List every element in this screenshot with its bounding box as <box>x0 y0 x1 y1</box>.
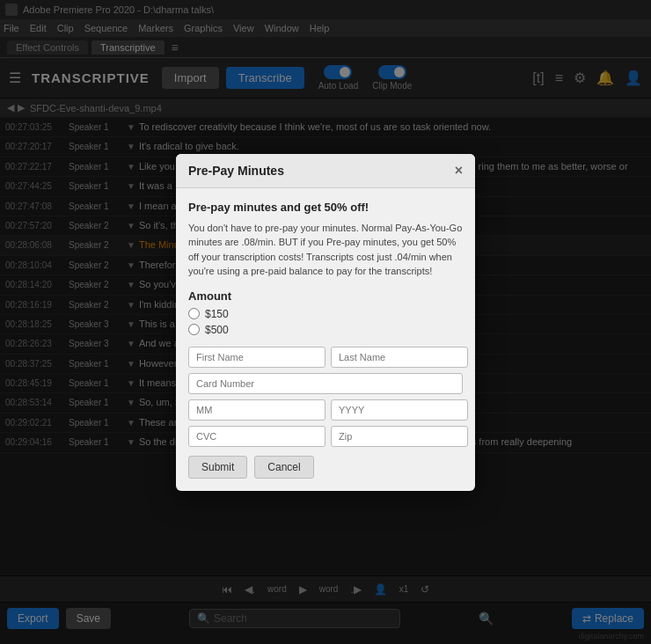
modal-promo: Pre-pay minutes and get 50% off! <box>188 201 463 214</box>
modal-close-button[interactable]: × <box>455 163 463 179</box>
first-name-input[interactable] <box>188 347 326 368</box>
pre-pay-modal: Pre-Pay Minutes × Pre-pay minutes and ge… <box>176 154 475 491</box>
cvc-row <box>188 426 463 447</box>
mm-input[interactable] <box>188 399 326 421</box>
amount-radio-500[interactable] <box>188 324 200 335</box>
amount-label: Amount <box>188 289 463 303</box>
amount-option-150[interactable]: $150 <box>188 308 463 320</box>
yyyy-input[interactable] <box>331 399 468 421</box>
modal-overlay: Pre-Pay Minutes × Pre-pay minutes and ge… <box>0 0 651 644</box>
zip-input[interactable] <box>331 426 468 447</box>
cvc-input[interactable] <box>188 426 326 447</box>
modal-actions: Submit Cancel <box>188 456 463 479</box>
amount-radio-150[interactable] <box>188 308 200 319</box>
amount-option-150-label: $150 <box>205 308 229 320</box>
modal-header: Pre-Pay Minutes × <box>176 154 475 188</box>
modal-description: You don't have to pre-pay your minutes. … <box>188 221 463 279</box>
name-row <box>188 347 463 368</box>
amount-option-500[interactable]: $500 <box>188 324 463 336</box>
modal-body: Pre-pay minutes and get 50% off! You don… <box>176 188 475 491</box>
cancel-button[interactable]: Cancel <box>254 456 313 479</box>
last-name-input[interactable] <box>331 347 468 368</box>
expiry-row <box>188 399 463 421</box>
amount-option-500-label: $500 <box>205 324 229 336</box>
card-number-input[interactable] <box>188 373 463 394</box>
submit-button[interactable]: Submit <box>188 456 247 479</box>
amount-radio-group: $150 $500 <box>188 308 463 336</box>
modal-title: Pre-Pay Minutes <box>188 164 284 178</box>
